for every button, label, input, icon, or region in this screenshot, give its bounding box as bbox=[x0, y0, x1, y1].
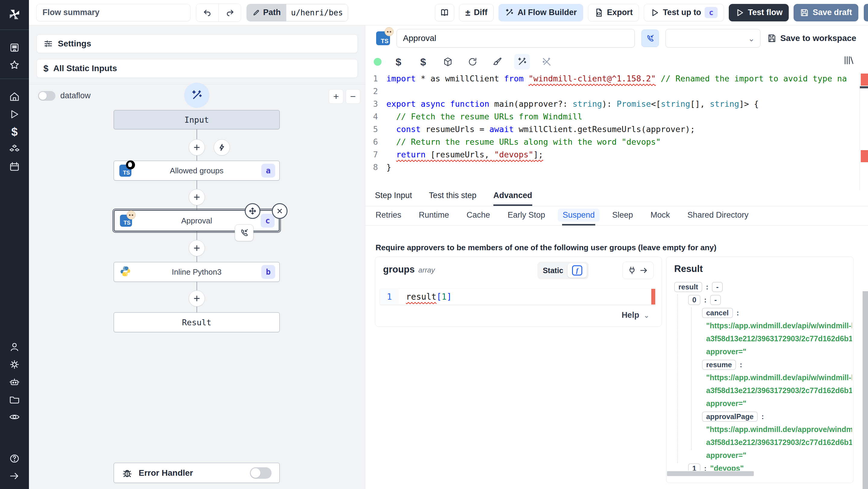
move-step-button[interactable] bbox=[245, 203, 260, 219]
code-line[interactable]: 3export async function main(approver?: s… bbox=[365, 98, 868, 110]
code-line[interactable]: 6 // Return the resume URLs along with t… bbox=[365, 136, 868, 148]
format-brush-icon[interactable] bbox=[490, 54, 505, 70]
users-icon[interactable] bbox=[0, 338, 29, 356]
code-editor[interactable]: 1import * as wmillClient from "windmill-… bbox=[365, 72, 868, 190]
dataflow-toggle[interactable] bbox=[38, 91, 56, 101]
collapse-toggle[interactable]: - bbox=[712, 282, 723, 292]
subtab-suspend[interactable]: Suspend bbox=[562, 206, 595, 225]
schedules-calendar-icon[interactable] bbox=[0, 158, 29, 176]
horizontal-scrollbar[interactable] bbox=[667, 471, 754, 476]
workers-robot-icon[interactable] bbox=[0, 373, 29, 391]
workspace-icon[interactable] bbox=[0, 39, 29, 56]
export-button[interactable]: Export bbox=[588, 4, 639, 22]
undo-button[interactable] bbox=[196, 4, 218, 22]
all-static-inputs-card[interactable]: $ All Static Inputs bbox=[36, 59, 358, 78]
error-handler-toggle[interactable] bbox=[250, 467, 272, 479]
subtab-mock[interactable]: Mock bbox=[650, 206, 671, 225]
result-key-chip[interactable]: 0 bbox=[688, 295, 701, 305]
error-handler-card[interactable]: Error Handler bbox=[114, 463, 280, 483]
code-line[interactable]: 5 const resumeUrls = await wmillClient.g… bbox=[365, 123, 868, 136]
result-key-chip[interactable]: result bbox=[674, 282, 702, 292]
test-flow-button[interactable]: Test flow bbox=[729, 4, 789, 22]
code-line[interactable]: 2 bbox=[365, 85, 868, 98]
tab-test-this-step[interactable]: Test this step bbox=[429, 191, 476, 206]
resources-dollar-icon[interactable]: $ bbox=[415, 54, 431, 70]
step-tabs: Step InputTest this stepAdvanced bbox=[365, 190, 868, 206]
path-chip[interactable]: Path u/henri/bes bbox=[247, 4, 348, 22]
zoom-out-button[interactable]: − bbox=[346, 89, 360, 104]
save-draft-button[interactable]: Save draft bbox=[794, 4, 858, 22]
subtab-cache[interactable]: Cache bbox=[466, 206, 491, 225]
subtab-shared-directory[interactable]: Shared Directory bbox=[687, 206, 749, 225]
add-step-button[interactable] bbox=[189, 290, 205, 307]
deploy-button-cutoff[interactable] bbox=[864, 4, 868, 22]
add-step-button[interactable] bbox=[189, 189, 205, 205]
ai-assist-button[interactable] bbox=[184, 83, 210, 108]
code-line[interactable]: 8} bbox=[365, 161, 868, 174]
flow-settings-card[interactable]: Settings bbox=[36, 34, 358, 53]
subtab-sleep[interactable]: Sleep bbox=[612, 206, 633, 225]
collapse-arrow-icon[interactable] bbox=[0, 467, 29, 485]
flow-input-node[interactable]: Input bbox=[114, 110, 280, 129]
ai-flow-builder-button[interactable]: AI Flow Builder bbox=[498, 4, 583, 22]
delete-step-button[interactable] bbox=[272, 203, 287, 219]
tree-row: cancel: bbox=[674, 306, 852, 319]
flow-node-inline-python3[interactable]: Inline Python3 b bbox=[114, 262, 280, 282]
help-icon[interactable] bbox=[0, 450, 29, 467]
ai-wand-off-icon[interactable] bbox=[539, 54, 555, 70]
save-to-workspace-button[interactable]: Save to workspace bbox=[767, 33, 856, 43]
step-name-input[interactable] bbox=[397, 29, 635, 48]
resources-cubes-icon[interactable] bbox=[0, 141, 29, 158]
docs-button[interactable] bbox=[435, 4, 454, 22]
result-key-chip[interactable]: approvalPage bbox=[702, 411, 758, 422]
runs-play-icon[interactable] bbox=[0, 105, 29, 123]
colon: : bbox=[704, 464, 707, 471]
collapse-toggle[interactable]: - bbox=[710, 295, 721, 305]
diff-button[interactable]: ± Diff bbox=[459, 4, 494, 22]
function-mode-button[interactable]: f bbox=[567, 263, 587, 278]
connect-input-button[interactable] bbox=[622, 262, 654, 279]
add-trigger-button[interactable] bbox=[214, 139, 230, 156]
favorites-star-icon[interactable] bbox=[0, 56, 29, 74]
static-dynamic-toggle[interactable]: Static f bbox=[537, 262, 589, 279]
tab-step-input[interactable]: Step Input bbox=[375, 191, 412, 206]
ai-gen-wand-icon[interactable] bbox=[514, 54, 530, 70]
help-expander[interactable]: Help⌄ bbox=[621, 310, 650, 320]
editor-overview-ruler[interactable] bbox=[860, 72, 868, 190]
result-key-chip[interactable]: resume bbox=[702, 360, 736, 370]
package-icon[interactable] bbox=[440, 54, 456, 70]
add-step-button[interactable] bbox=[189, 240, 205, 256]
subtab-early-stop[interactable]: Early Stop bbox=[507, 206, 546, 225]
result-string-line: approver=" bbox=[674, 397, 852, 410]
flow-summary-input[interactable] bbox=[36, 4, 190, 22]
script-version-select[interactable]: ⌄ bbox=[665, 29, 761, 48]
redo-button[interactable] bbox=[218, 4, 241, 22]
folders-icon[interactable] bbox=[0, 391, 29, 408]
path-value[interactable]: u/henri/bes bbox=[286, 4, 348, 21]
reload-icon[interactable] bbox=[465, 54, 480, 70]
flow-node-allowed-groups[interactable]: TS Allowed groups a bbox=[114, 161, 280, 181]
library-icon[interactable] bbox=[843, 54, 855, 67]
code-line[interactable]: 1import * as wmillClient from "windmill-… bbox=[365, 72, 868, 85]
add-step-button[interactable] bbox=[189, 139, 205, 156]
variables-dollar-icon[interactable]: $ bbox=[391, 54, 406, 70]
audit-eye-icon[interactable] bbox=[0, 408, 29, 426]
flow-result-node[interactable]: Result bbox=[114, 312, 280, 332]
suspend-phone-button[interactable] bbox=[641, 30, 659, 47]
code-line[interactable]: 7 return [resumeUrls, "devops"]; bbox=[365, 148, 868, 161]
variables-dollar-icon[interactable]: $ bbox=[0, 123, 29, 141]
suspend-phone-indicator[interactable] bbox=[235, 224, 253, 241]
tab-advanced[interactable]: Advanced bbox=[493, 191, 532, 206]
subtab-retries[interactable]: Retries bbox=[375, 206, 402, 225]
subtab-runtime[interactable]: Runtime bbox=[418, 206, 450, 225]
vertical-scrollbar[interactable] bbox=[863, 291, 868, 489]
windmill-logo-icon[interactable] bbox=[7, 7, 22, 24]
groups-expression-editor[interactable]: 1 result[1] bbox=[380, 289, 655, 305]
test-up-to-button[interactable]: Test up to c bbox=[644, 4, 724, 22]
zoom-in-button[interactable]: + bbox=[329, 89, 343, 104]
home-icon[interactable] bbox=[0, 88, 29, 105]
result-key-chip[interactable]: cancel bbox=[702, 308, 733, 318]
result-key-chip[interactable]: 1 bbox=[688, 463, 701, 471]
settings-gear-icon[interactable] bbox=[0, 356, 29, 373]
code-line[interactable]: 4 // Fetch the resume URLs from Windmill bbox=[365, 110, 868, 123]
